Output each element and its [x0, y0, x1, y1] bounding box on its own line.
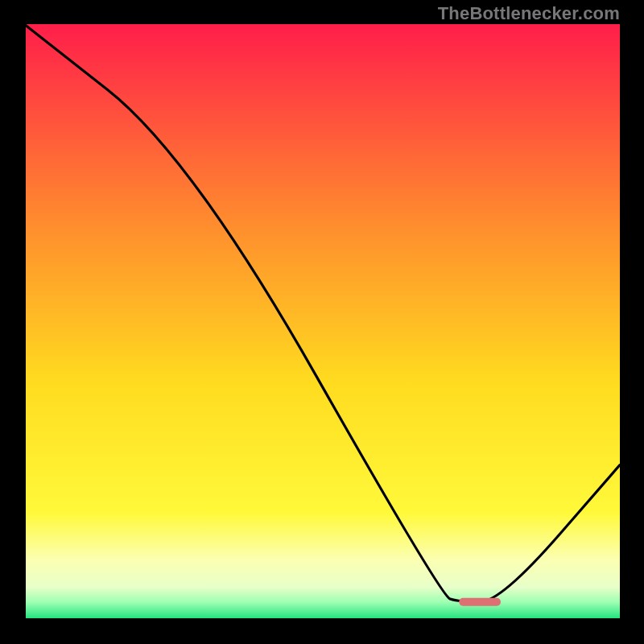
gradient-background [24, 24, 620, 620]
plot-area [24, 24, 620, 620]
chart-svg [24, 24, 620, 620]
optimum-marker [459, 598, 501, 606]
watermark-text: TheBottlenecker.com [438, 3, 620, 24]
chart-stage: TheBottlenecker.com [0, 0, 644, 644]
